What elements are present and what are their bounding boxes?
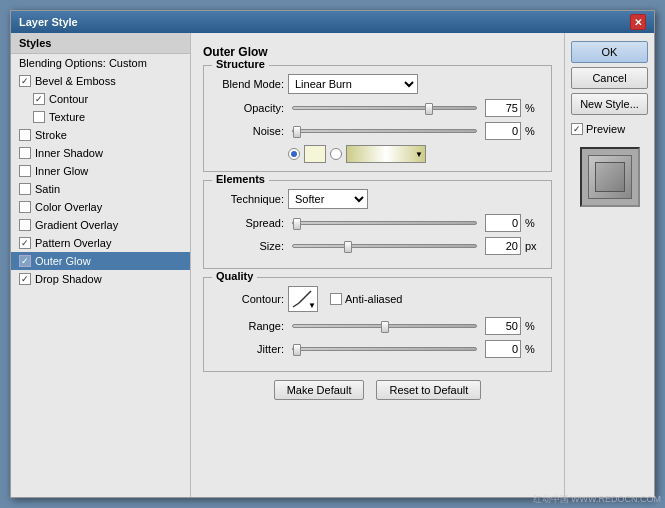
- cancel-button[interactable]: Cancel: [571, 67, 648, 89]
- blending-options-item[interactable]: Blending Options: Custom: [11, 54, 190, 72]
- left-panel: Styles Blending Options: Custom Bevel & …: [11, 33, 191, 497]
- size-unit: px: [525, 240, 541, 252]
- satin-checkbox[interactable]: [19, 183, 31, 195]
- sidebar-item-outer-glow[interactable]: Outer Glow: [11, 252, 190, 270]
- noise-row: Noise: %: [214, 122, 541, 140]
- gradient-radio[interactable]: [330, 148, 342, 160]
- texture-checkbox[interactable]: [33, 111, 45, 123]
- range-input[interactable]: [485, 317, 521, 335]
- preview-inner: [588, 155, 632, 199]
- gradient-overlay-checkbox[interactable]: [19, 219, 31, 231]
- inner-shadow-checkbox[interactable]: [19, 147, 31, 159]
- section-title: Outer Glow: [203, 45, 552, 59]
- bevel-emboss-checkbox[interactable]: [19, 75, 31, 87]
- stroke-checkbox[interactable]: [19, 129, 31, 141]
- color-row: ▼: [288, 145, 541, 163]
- preview-icon: [595, 162, 625, 192]
- range-unit: %: [525, 320, 541, 332]
- spread-label: Spread:: [214, 217, 284, 229]
- blending-options-label: Blending Options: Custom: [19, 57, 147, 69]
- sidebar-item-bevel-emboss[interactable]: Bevel & Emboss: [11, 72, 190, 90]
- spread-unit: %: [525, 217, 541, 229]
- quality-group: Quality Contour: ▼ Anti-aliased: [203, 277, 552, 372]
- sidebar-item-drop-shadow[interactable]: Drop Shadow: [11, 270, 190, 288]
- make-default-button[interactable]: Make Default: [274, 380, 365, 400]
- inner-glow-checkbox[interactable]: [19, 165, 31, 177]
- technique-select[interactable]: Softer: [288, 189, 368, 209]
- opacity-slider[interactable]: [292, 106, 477, 110]
- texture-label: Texture: [49, 111, 85, 123]
- sidebar-item-satin[interactable]: Satin: [11, 180, 190, 198]
- jitter-input[interactable]: [485, 340, 521, 358]
- jitter-slider[interactable]: [292, 347, 477, 351]
- inner-shadow-label: Inner Shadow: [35, 147, 103, 159]
- ok-button[interactable]: OK: [571, 41, 648, 63]
- watermark: 红动中国 WWW.REDOCN.COM: [533, 493, 662, 506]
- opacity-row: Opacity: %: [214, 99, 541, 117]
- blend-mode-label: Blend Mode:: [214, 78, 284, 90]
- noise-unit: %: [525, 125, 541, 137]
- noise-slider[interactable]: [292, 129, 477, 133]
- noise-input[interactable]: [485, 122, 521, 140]
- gradient-dropdown-arrow[interactable]: ▼: [415, 150, 423, 159]
- preview-box: [580, 147, 640, 207]
- sidebar-item-stroke[interactable]: Stroke: [11, 126, 190, 144]
- sidebar-item-contour[interactable]: Contour: [11, 90, 190, 108]
- range-label: Range:: [214, 320, 284, 332]
- pattern-overlay-checkbox[interactable]: [19, 237, 31, 249]
- dialog-body: Styles Blending Options: Custom Bevel & …: [11, 33, 654, 497]
- satin-label: Satin: [35, 183, 60, 195]
- sidebar-item-inner-shadow[interactable]: Inner Shadow: [11, 144, 190, 162]
- anti-aliased-checkbox[interactable]: [330, 293, 342, 305]
- noise-label: Noise:: [214, 125, 284, 137]
- size-input[interactable]: [485, 237, 521, 255]
- size-slider[interactable]: [292, 244, 477, 248]
- elements-label: Elements: [212, 173, 269, 185]
- preview-checkbox[interactable]: [571, 123, 583, 135]
- preview-label: Preview: [586, 123, 625, 135]
- outer-glow-checkbox[interactable]: [19, 255, 31, 267]
- drop-shadow-label: Drop Shadow: [35, 273, 102, 285]
- range-row: Range: %: [214, 317, 541, 335]
- spread-slider[interactable]: [292, 221, 477, 225]
- color-swatch[interactable]: [304, 145, 326, 163]
- opacity-unit: %: [525, 102, 541, 114]
- contour-row: Contour: ▼ Anti-aliased: [214, 286, 541, 312]
- contour-label: Contour: [49, 93, 88, 105]
- pattern-overlay-label: Pattern Overlay: [35, 237, 111, 249]
- blend-mode-select[interactable]: Linear Burn: [288, 74, 418, 94]
- reset-to-default-button[interactable]: Reset to Default: [376, 380, 481, 400]
- structure-group: Structure Blend Mode: Linear Burn Opacit…: [203, 65, 552, 172]
- range-slider[interactable]: [292, 324, 477, 328]
- technique-row: Technique: Softer: [214, 189, 541, 209]
- close-button[interactable]: ✕: [630, 14, 646, 30]
- new-style-button[interactable]: New Style...: [571, 93, 648, 115]
- anti-aliased-text: Anti-aliased: [345, 293, 402, 305]
- opacity-input[interactable]: [485, 99, 521, 117]
- gradient-swatch[interactable]: ▼: [346, 145, 426, 163]
- spread-row: Spread: %: [214, 214, 541, 232]
- contour-checkbox[interactable]: [33, 93, 45, 105]
- sidebar-item-color-overlay[interactable]: Color Overlay: [11, 198, 190, 216]
- spread-input[interactable]: [485, 214, 521, 232]
- preview-row: Preview: [571, 123, 648, 135]
- sidebar-item-pattern-overlay[interactable]: Pattern Overlay: [11, 234, 190, 252]
- anti-aliased-label[interactable]: Anti-aliased: [330, 293, 402, 305]
- jitter-row: Jitter: %: [214, 340, 541, 358]
- opacity-label: Opacity:: [214, 102, 284, 114]
- size-label: Size:: [214, 240, 284, 252]
- contour-preview-box[interactable]: ▼: [288, 286, 318, 312]
- solid-color-radio[interactable]: [288, 148, 300, 160]
- jitter-label: Jitter:: [214, 343, 284, 355]
- sidebar-item-inner-glow[interactable]: Inner Glow: [11, 162, 190, 180]
- stroke-label: Stroke: [35, 129, 67, 141]
- drop-shadow-checkbox[interactable]: [19, 273, 31, 285]
- contour-dropdown-arrow[interactable]: ▼: [308, 301, 316, 310]
- blend-mode-row: Blend Mode: Linear Burn: [214, 74, 541, 94]
- structure-label: Structure: [212, 58, 269, 70]
- right-panel: OK Cancel New Style... Preview: [564, 33, 654, 497]
- color-overlay-checkbox[interactable]: [19, 201, 31, 213]
- sidebar-item-gradient-overlay[interactable]: Gradient Overlay: [11, 216, 190, 234]
- contour-label: Contour:: [214, 293, 284, 305]
- sidebar-item-texture[interactable]: Texture: [11, 108, 190, 126]
